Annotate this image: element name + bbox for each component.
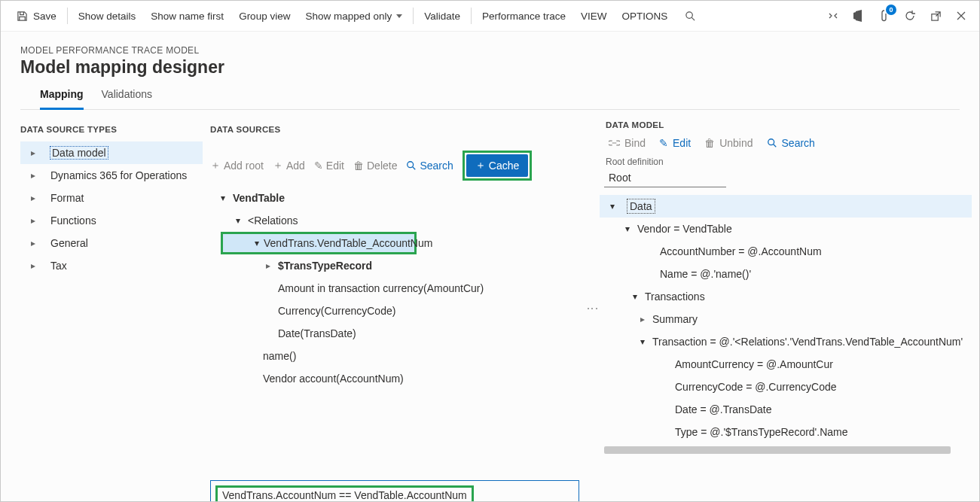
search-button[interactable]: Search <box>767 137 815 149</box>
caret-collapsed-icon[interactable] <box>28 260 38 271</box>
dm-node-label: CurrencyCode = @.CurrencyCode <box>675 381 837 393</box>
link-icon <box>609 138 620 148</box>
office-icon[interactable] <box>851 8 866 23</box>
data-sources-toolbar: ＋ Add root ＋ Add ✎ Edit 🗑 Delete <box>210 151 578 181</box>
ds-type-item[interactable]: Dynamics 365 for Operations <box>20 164 203 187</box>
pencil-icon: ✎ <box>659 137 668 149</box>
root-definition-label: Root definition <box>600 157 972 167</box>
performance-trace-button[interactable]: Performance trace <box>475 1 573 31</box>
show-details-button[interactable]: Show details <box>71 1 144 31</box>
edit-button[interactable]: ✎ Edit <box>314 160 344 172</box>
dm-node-label: Name = @.'name()' <box>660 268 751 280</box>
add-button[interactable]: ＋ Add <box>273 159 305 172</box>
dm-node[interactable]: AccountNumber = @.AccountNum <box>600 240 972 263</box>
caret-expanded-icon[interactable] <box>607 201 618 211</box>
expression-box-area: VendTrans.AccountNum == VendTable.Accoun… <box>210 390 578 501</box>
caret-collapsed-icon[interactable] <box>28 215 38 226</box>
caret-expanded-icon[interactable] <box>218 193 228 203</box>
pane-resize-handle[interactable]: ⋮ <box>585 303 600 315</box>
horizontal-scrollbar[interactable] <box>604 446 951 454</box>
add-root-button[interactable]: ＋ Add root <box>210 159 264 172</box>
unbind-button[interactable]: 🗑 Unbind <box>704 137 753 149</box>
dm-node[interactable]: AmountCurrency = @.AmountCur <box>600 353 972 376</box>
attach-icon[interactable]: 0 <box>877 8 892 23</box>
dm-node[interactable]: Data <box>600 195 972 218</box>
dm-node[interactable]: Summary <box>600 308 972 330</box>
save-button[interactable]: Save <box>7 1 64 31</box>
dm-node[interactable]: Vendor = VendTable <box>600 218 972 240</box>
ds-type-label: Format <box>50 192 84 204</box>
dm-node[interactable]: Type = @.'$TransTypeRecord'.Name <box>600 421 972 443</box>
svg-line-6 <box>773 145 776 148</box>
caret-expanded-icon[interactable] <box>637 336 648 347</box>
ds-type-label: Tax <box>50 260 67 272</box>
trash-icon: 🗑 <box>704 137 715 149</box>
ds-node-label: VendTrans.VendTable_AccountNum <box>264 237 432 249</box>
caret-expanded-icon[interactable] <box>630 291 640 302</box>
ds-node-label: Vendor account(AccountNum) <box>263 373 404 385</box>
caret-collapsed-icon[interactable] <box>263 260 273 271</box>
search-button[interactable] <box>675 1 705 31</box>
dm-node[interactable]: Name = @.'name()' <box>600 263 972 285</box>
ds-node[interactable]: <Relations <box>210 209 578 232</box>
ds-node[interactable]: VendTable <box>210 187 578 209</box>
link-chain-icon[interactable] <box>826 8 841 23</box>
options-button[interactable]: OPTIONS <box>615 1 676 31</box>
ds-node[interactable]: name() <box>210 345 578 367</box>
tab-mapping[interactable]: Mapping <box>40 82 84 110</box>
delete-button[interactable]: 🗑 Delete <box>353 160 397 172</box>
dm-node[interactable]: Transactions <box>600 285 972 308</box>
root-definition-value[interactable]: Root <box>604 169 726 187</box>
delete-label: Delete <box>367 160 397 172</box>
caret-expanded-icon[interactable] <box>233 215 243 226</box>
ds-node[interactable]: Amount in transaction currency(AmountCur… <box>210 277 578 300</box>
ds-node-selected[interactable]: VendTrans.VendTable_AccountNum <box>221 232 417 254</box>
cache-label: Cache <box>489 160 519 172</box>
show-mapped-only-button[interactable]: Show mapped only <box>298 1 410 31</box>
bind-button[interactable]: Bind <box>609 137 646 149</box>
ds-node[interactable]: Currency(CurrencyCode) <box>210 300 578 322</box>
plus-icon: ＋ <box>210 159 221 172</box>
expression-highlight: VendTrans.AccountNum == VendTable.Accoun… <box>215 485 474 501</box>
ds-node[interactable]: Date(TransDate) <box>210 322 578 345</box>
expression-input[interactable]: VendTrans.AccountNum == VendTable.Accoun… <box>210 480 579 501</box>
show-name-first-button[interactable]: Show name first <box>143 1 231 31</box>
search-icon <box>682 8 698 23</box>
data-sources-title: DATA SOURCES <box>210 125 578 134</box>
page-title: Model mapping designer <box>20 57 960 78</box>
dm-node[interactable]: Date = @.TransDate <box>600 398 972 421</box>
dm-node-label: Vendor = VendTable <box>637 223 732 235</box>
caret-collapsed-icon[interactable] <box>28 238 38 248</box>
caret-collapsed-icon[interactable] <box>28 170 38 181</box>
ds-type-label: Dynamics 365 for Operations <box>50 169 187 181</box>
dm-node[interactable]: CurrencyCode = @.CurrencyCode <box>600 376 972 398</box>
group-view-button[interactable]: Group view <box>231 1 298 31</box>
ds-type-item[interactable]: General <box>20 232 203 254</box>
caret-collapsed-icon[interactable] <box>637 314 648 324</box>
edit-button[interactable]: ✎ Edit <box>659 137 691 149</box>
validate-button[interactable]: Validate <box>417 1 468 31</box>
caret-expanded-icon[interactable] <box>622 224 633 234</box>
view-button[interactable]: VIEW <box>573 1 615 31</box>
caret-collapsed-icon[interactable] <box>28 148 38 158</box>
ds-node[interactable]: Vendor account(AccountNum) <box>210 367 578 390</box>
search-button[interactable]: Search <box>406 160 453 172</box>
ds-node[interactable]: $TransTypeRecord <box>210 254 578 277</box>
ds-type-item[interactable]: Functions <box>20 209 203 232</box>
ds-type-item[interactable]: Tax <box>20 254 203 277</box>
search-label: Search <box>782 137 815 149</box>
popout-icon[interactable] <box>928 8 943 23</box>
toolbar-separator <box>471 8 472 24</box>
breadcrumb: MODEL PERFORMANCE TRACE MODEL <box>20 45 960 56</box>
caret-collapsed-icon[interactable] <box>28 193 38 203</box>
caret-expanded-icon[interactable] <box>255 238 259 248</box>
dm-node[interactable]: Transaction = @.'<Relations'.'VendTrans.… <box>600 330 972 353</box>
ds-type-item[interactable]: Data model <box>20 141 203 164</box>
refresh-icon[interactable] <box>902 8 917 23</box>
close-icon[interactable] <box>954 8 969 23</box>
pencil-icon: ✎ <box>314 160 323 172</box>
ds-type-item[interactable]: Format <box>20 187 203 209</box>
data-source-types-panel: DATA SOURCE TYPES Data model Dynamics 36… <box>1 116 210 501</box>
cache-button[interactable]: ＋ Cache <box>466 154 528 177</box>
tab-validations[interactable]: Validations <box>102 82 152 109</box>
